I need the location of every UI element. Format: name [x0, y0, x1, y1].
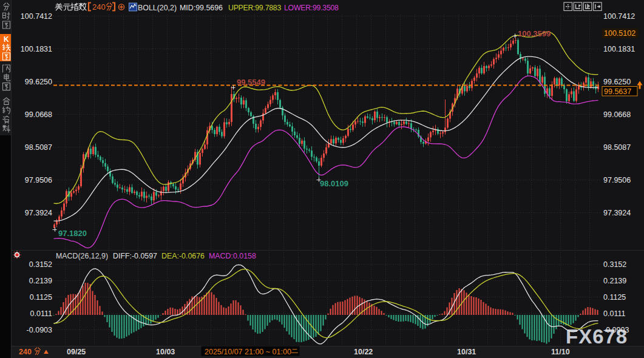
svg-text:K: K: [4, 35, 9, 44]
svg-text:100.3599: 100.3599: [518, 29, 551, 38]
svg-text:100.7412: 100.7412: [603, 12, 635, 21]
svg-text:0.0111: 0.0111: [603, 309, 625, 318]
svg-text:10/03: 10/03: [156, 348, 175, 356]
svg-text:99.6250: 99.6250: [603, 78, 631, 86]
svg-text:MID:99.5696: MID:99.5696: [180, 4, 223, 12]
svg-text:240: 240: [92, 2, 106, 12]
svg-text:0.1125: 0.1125: [30, 293, 52, 302]
svg-text:0.0111: 0.0111: [30, 309, 52, 318]
svg-text:UPPER:99.7883: UPPER:99.7883: [228, 4, 281, 12]
svg-text:100.7412: 100.7412: [21, 12, 52, 21]
svg-text:LOWER:99.3508: LOWER:99.3508: [284, 4, 339, 12]
svg-text:MACD:0.0158: MACD:0.0158: [209, 252, 256, 260]
svg-text:99.5637: 99.5637: [604, 87, 631, 96]
svg-text:99.0668: 99.0668: [25, 110, 52, 119]
svg-text:-0.0903: -0.0903: [27, 326, 52, 334]
svg-text:0.3152: 0.3152: [29, 260, 52, 269]
svg-text:10/31: 10/31: [457, 348, 476, 356]
svg-text:99.5549: 99.5549: [237, 78, 265, 87]
svg-text:99.6250: 99.6250: [25, 78, 52, 86]
svg-text:97.3924: 97.3924: [603, 209, 631, 217]
svg-text:100.1831: 100.1831: [21, 45, 52, 53]
svg-text:MACD(26,12,9): MACD(26,12,9): [56, 252, 108, 260]
svg-text:BOLL(20,2): BOLL(20,2): [138, 4, 177, 12]
svg-text:0.2139: 0.2139: [603, 277, 626, 285]
svg-text:97.9506: 97.9506: [25, 176, 52, 184]
svg-text:97.9506: 97.9506: [603, 176, 631, 184]
svg-text:100.1831: 100.1831: [603, 45, 635, 53]
svg-text:97.1820: 97.1820: [58, 229, 87, 238]
svg-text:99.0668: 99.0668: [603, 110, 631, 119]
svg-text:0.1125: 0.1125: [603, 293, 626, 302]
svg-text:09/25: 09/25: [67, 348, 86, 356]
svg-text:10/22: 10/22: [354, 348, 373, 356]
svg-text:DEA:-0.0676: DEA:-0.0676: [161, 252, 205, 260]
svg-text:100.5102: 100.5102: [604, 29, 636, 38]
svg-text:2025/10/07 21:00 ~ 01:00: 2025/10/07 21:00 ~ 01:00: [205, 348, 291, 356]
svg-text:0.2139: 0.2139: [29, 277, 52, 285]
svg-text:DIFF:-0.0597: DIFF:-0.0597: [113, 252, 157, 260]
svg-text:98.5087: 98.5087: [25, 143, 52, 152]
svg-text:11/10: 11/10: [551, 348, 570, 356]
svg-text:97.3924: 97.3924: [25, 209, 52, 217]
svg-text:-0.0903: -0.0903: [603, 326, 629, 334]
svg-text:98.0109: 98.0109: [320, 179, 348, 188]
svg-text:0.3152: 0.3152: [603, 260, 626, 269]
svg-text:98.5087: 98.5087: [603, 143, 631, 152]
svg-text:240: 240: [19, 348, 32, 356]
